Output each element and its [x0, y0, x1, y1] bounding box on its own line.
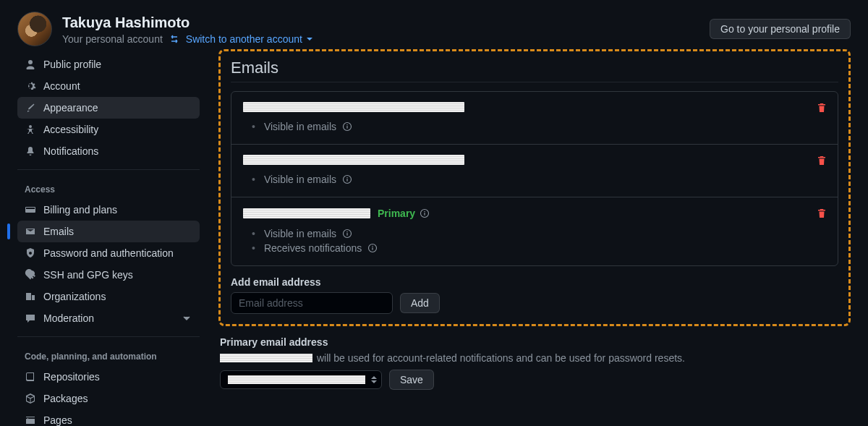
select-carets-icon	[371, 376, 377, 383]
redacted-email	[243, 155, 464, 165]
nav-billing[interactable]: Billing and plans	[17, 199, 200, 221]
nav-appearance[interactable]: Appearance	[17, 97, 200, 119]
info-icon[interactable]	[342, 174, 352, 184]
nav-ssh-gpg-icon	[25, 269, 36, 281]
email-item: Visible in emails	[231, 92, 838, 145]
nav-label: SSH and GPG keys	[43, 269, 133, 281]
avatar[interactable]	[17, 12, 52, 46]
email-item: Visible in emails	[231, 145, 838, 197]
delete-email-button[interactable]	[816, 155, 827, 166]
go-to-profile-button[interactable]: Go to your personal profile	[710, 19, 851, 39]
page-title: Emails	[231, 59, 838, 82]
caret-down-icon	[307, 38, 312, 41]
primary-badge: Primary	[378, 208, 415, 219]
primary-help-text: will be used for account-related notific…	[317, 352, 685, 364]
nav-billing-icon	[25, 204, 36, 216]
redacted-email	[243, 102, 464, 112]
nav-password-auth-icon	[25, 247, 36, 259]
switch-icon	[169, 33, 180, 45]
section-access: Access	[17, 177, 200, 199]
email-meta: Visible in emails	[243, 172, 826, 187]
section-code: Code, planning, and automation	[17, 344, 200, 366]
nav-pages[interactable]: Pages	[17, 409, 200, 426]
primary-email-label: Primary email address	[220, 336, 849, 348]
delete-email-button[interactable]	[816, 102, 827, 114]
nav-accessibility[interactable]: Accessibility	[17, 119, 200, 140]
info-icon[interactable]	[342, 229, 352, 239]
save-primary-button[interactable]: Save	[389, 370, 434, 390]
nav-account[interactable]: Account	[17, 75, 200, 97]
nav-repos[interactable]: Repositories	[17, 366, 200, 388]
nav-label: Accessibility	[43, 124, 98, 135]
nav-label: Appearance	[43, 102, 98, 114]
nav-label: Billing and plans	[43, 204, 117, 216]
nav-label: Public profile	[43, 59, 101, 70]
delete-email-button[interactable]	[816, 208, 827, 219]
highlight-box: Emails Visible in emails Visible in emai…	[218, 49, 851, 326]
nav-ssh-gpg[interactable]: SSH and GPG keys	[17, 264, 200, 286]
nav-label: Moderation	[43, 312, 94, 324]
nav-emails[interactable]: Emails	[17, 221, 200, 242]
nav-orgs[interactable]: Organizations	[17, 286, 200, 307]
add-email-button[interactable]: Add	[400, 293, 440, 313]
nav-repos-icon	[25, 371, 36, 383]
info-icon[interactable]	[367, 243, 378, 253]
add-email-input[interactable]	[231, 292, 393, 314]
nav-moderation-icon	[25, 312, 36, 324]
nav-label: Account	[43, 80, 80, 92]
nav-account-icon	[25, 80, 36, 92]
user-name: Takuya Hashimoto	[62, 14, 312, 32]
main-content: Emails Visible in emails Visible in emai…	[218, 54, 851, 426]
nav-label: Pages	[43, 414, 72, 426]
nav-label: Password and authentication	[43, 247, 174, 259]
nav-notifications-icon	[25, 145, 36, 157]
nav-accessibility-icon	[25, 124, 36, 135]
nav-label: Organizations	[43, 291, 106, 302]
chevron-down-icon	[181, 312, 192, 324]
nav-pages-icon	[25, 414, 36, 426]
email-list: Visible in emails Visible in emails Prim…	[231, 91, 838, 266]
nav-label: Emails	[43, 226, 74, 237]
nav-label: Notifications	[43, 145, 98, 157]
email-item: PrimaryVisible in emails Receives notifi…	[231, 197, 838, 265]
nav-public-profile[interactable]: Public profile	[17, 54, 200, 75]
account-subtitle: Your personal account	[62, 33, 163, 45]
add-email-label: Add email address	[231, 276, 838, 288]
sidebar: Public profileAccountAppearanceAccessibi…	[17, 54, 200, 426]
nav-orgs-icon	[25, 291, 36, 302]
nav-public-profile-icon	[25, 59, 36, 70]
redacted-selected	[228, 375, 365, 384]
nav-packages[interactable]: Packages	[17, 388, 200, 409]
nav-appearance-icon	[25, 102, 36, 114]
nav-moderation[interactable]: Moderation	[17, 307, 200, 329]
email-meta: Visible in emails	[243, 119, 826, 134]
nav-label: Packages	[43, 393, 88, 404]
email-meta: Visible in emails	[243, 226, 826, 241]
info-icon[interactable]	[342, 122, 352, 132]
nav-password-auth[interactable]: Password and authentication	[17, 242, 200, 264]
email-meta: Receives notifications	[243, 241, 826, 255]
primary-email-select[interactable]	[220, 370, 382, 389]
nav-emails-icon	[25, 226, 36, 237]
profile-header: Takuya Hashimoto Your personal account S…	[17, 0, 851, 54]
nav-label: Repositories	[43, 371, 100, 383]
redacted-email	[243, 208, 370, 218]
info-icon[interactable]	[420, 208, 430, 218]
redacted-email	[220, 354, 312, 362]
switch-account-link[interactable]: Switch to another account	[186, 33, 312, 45]
nav-notifications[interactable]: Notifications	[17, 140, 200, 162]
nav-packages-icon	[25, 393, 36, 404]
